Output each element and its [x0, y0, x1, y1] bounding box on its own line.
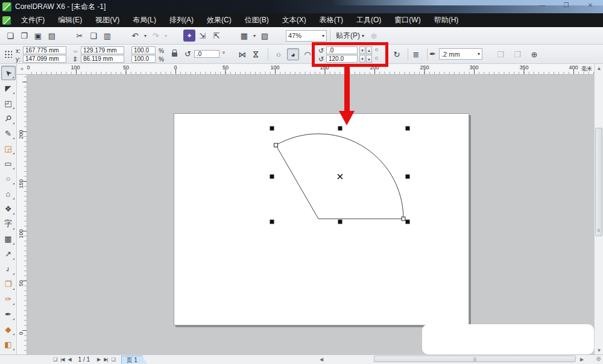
customize-corner-icon[interactable]: ⊕: [595, 356, 602, 363]
table-tool[interactable]: ▦: [1, 231, 16, 246]
start-angle-spin-up[interactable]: ▴: [366, 46, 372, 54]
menu-view[interactable]: 视图(V): [89, 13, 126, 27]
end-angle-field[interactable]: 120.0: [326, 55, 358, 63]
app-launcher-icon[interactable]: ▦: [238, 29, 251, 42]
maximize-button[interactable]: ❐: [558, 2, 574, 8]
basic-shapes-tool[interactable]: ❖: [1, 201, 16, 216]
object-height-field[interactable]: 86.119 mm: [81, 55, 124, 63]
import-icon[interactable]: ⇲: [196, 29, 209, 42]
menu-window[interactable]: 窗口(W): [388, 13, 427, 27]
node-marker[interactable]: [402, 217, 405, 221]
menu-tools[interactable]: 工具(O): [350, 13, 388, 27]
vertical-scrollbar[interactable]: ▲ ▼: [594, 64, 603, 354]
options-icon[interactable]: ⊕: [367, 29, 380, 42]
pick-tool[interactable]: ➤: [1, 66, 16, 80]
minimize-button[interactable]: —: [534, 2, 550, 8]
new-document-icon[interactable]: ❏: [4, 29, 17, 42]
horizontal-ruler[interactable]: 15010050050100150200250300350400 毫米: [27, 64, 594, 75]
open-icon[interactable]: ❐: [17, 29, 31, 42]
object-width-field[interactable]: 129.179 mm: [81, 46, 124, 54]
y-position-field[interactable]: 147.099 mm: [23, 55, 66, 63]
menu-edit[interactable]: 编辑(E): [51, 13, 89, 27]
snap-to-dropdown[interactable]: 贴齐(P) ▾: [333, 31, 367, 41]
interactive-fill-tool[interactable]: ◧: [1, 337, 16, 351]
vertical-ruler[interactable]: 200150100500: [17, 75, 27, 354]
menu-table[interactable]: 表格(T): [313, 13, 350, 27]
copy-icon[interactable]: ❑: [87, 29, 100, 42]
lock-ratio-icon[interactable]: [172, 52, 177, 57]
close-button[interactable]: ✕: [582, 2, 598, 8]
to-back-button[interactable]: ❒: [511, 48, 523, 60]
x-position-field[interactable]: 167.775 mm: [23, 46, 66, 54]
page-tab[interactable]: 页 1: [121, 356, 147, 364]
pie-mode-button[interactable]: ◕: [287, 48, 299, 60]
scale-x-field[interactable]: 100.0: [131, 46, 156, 54]
undo-dropdown-icon[interactable]: ▾: [142, 29, 148, 42]
shape-tool[interactable]: ◤: [1, 81, 16, 95]
eyedropper-tool[interactable]: ✑: [1, 292, 16, 306]
ellipse-tool[interactable]: ○: [1, 171, 16, 186]
fill-tool[interactable]: ◆: [1, 322, 16, 336]
outline-width-combo[interactable]: .2 mm ▾: [439, 48, 482, 60]
smart-fill-tool[interactable]: ◲: [1, 141, 16, 155]
welcome-screen-icon[interactable]: ▧: [258, 29, 271, 42]
cut-icon[interactable]: ✂: [73, 29, 86, 42]
scroll-down-icon[interactable]: ▼: [595, 348, 603, 353]
mirror-horizontal-button[interactable]: ⋈: [236, 48, 248, 60]
crop-tool[interactable]: ◰: [1, 96, 16, 110]
horizontal-scrollbar[interactable]: ◀ ||| ▶: [318, 355, 594, 363]
mirror-vertical-button[interactable]: ⋈: [250, 48, 262, 60]
menu-layout[interactable]: 布局(L): [126, 13, 163, 27]
prev-page-button[interactable]: ◀: [68, 357, 71, 362]
ruler-origin-icon[interactable]: +: [17, 64, 27, 75]
selection-handle[interactable]: [338, 220, 343, 224]
search-content-icon[interactable]: ✦: [183, 30, 195, 42]
rotation-angle-field[interactable]: .0: [194, 50, 219, 58]
rectangle-tool[interactable]: ▭: [1, 156, 16, 171]
blend-tool[interactable]: ❐: [1, 277, 16, 291]
selection-handle[interactable]: [270, 220, 274, 224]
print-icon[interactable]: ▤: [45, 29, 58, 42]
menu-help[interactable]: 帮助(H): [428, 13, 466, 27]
selection-handle[interactable]: [270, 127, 274, 131]
scroll-up-icon[interactable]: ▲: [595, 66, 603, 71]
selection-handle[interactable]: [406, 175, 410, 179]
zoom-level-combo[interactable]: 47% ▾: [286, 30, 327, 42]
selection-handle[interactable]: [406, 220, 410, 224]
zoom-tool[interactable]: ⚲: [1, 111, 16, 125]
quick-customize-button[interactable]: ⊕: [528, 48, 540, 60]
last-page-button[interactable]: ▶|: [104, 357, 107, 362]
export-icon[interactable]: ⇱: [210, 29, 223, 42]
to-front-button[interactable]: ❒: [494, 48, 507, 60]
wrap-text-button[interactable]: ≣: [410, 48, 422, 60]
start-angle-spin-down[interactable]: ▾: [359, 46, 365, 54]
end-angle-spin-down[interactable]: ▾: [359, 55, 365, 63]
redo-icon[interactable]: ↷: [149, 29, 162, 42]
arc-mode-button[interactable]: ◠: [302, 48, 314, 60]
first-page-button[interactable]: |◀: [60, 357, 64, 362]
vertical-scroll-thumb[interactable]: [595, 128, 602, 236]
menu-bitmaps[interactable]: 位图(B): [238, 13, 276, 27]
redo-dropdown-icon[interactable]: ▾: [163, 29, 169, 42]
menu-text[interactable]: 文本(X): [276, 13, 313, 27]
horizontal-scroll-thumb[interactable]: |||: [374, 356, 576, 362]
polygon-tool[interactable]: ⌂: [1, 186, 16, 201]
scale-y-field[interactable]: 100.0: [131, 55, 156, 63]
page-indicator[interactable]: 1 / 1: [78, 356, 90, 363]
add-page-start-icon[interactable]: ❏: [53, 357, 57, 362]
scroll-left-icon[interactable]: ◀: [318, 357, 325, 362]
scroll-right-icon[interactable]: ▶: [578, 357, 586, 362]
menu-file[interactable]: 文件(F): [14, 13, 51, 27]
paste-icon[interactable]: ▥: [101, 29, 114, 42]
outline-pen-tool[interactable]: ✒: [1, 307, 16, 321]
add-page-end-icon[interactable]: ❏: [111, 357, 115, 362]
text-tool[interactable]: 字: [1, 216, 16, 231]
selection-handle[interactable]: [338, 127, 343, 131]
app-launcher-dropdown-icon[interactable]: ▾: [251, 29, 257, 42]
menu-effects[interactable]: 效果(C): [200, 13, 238, 27]
selection-handle[interactable]: [406, 127, 410, 131]
next-page-button[interactable]: ▶: [97, 357, 100, 362]
connector-tool[interactable]: ¬: [1, 262, 16, 276]
start-angle-field[interactable]: .0: [326, 46, 358, 54]
dimension-tool[interactable]: ↗: [1, 246, 16, 261]
